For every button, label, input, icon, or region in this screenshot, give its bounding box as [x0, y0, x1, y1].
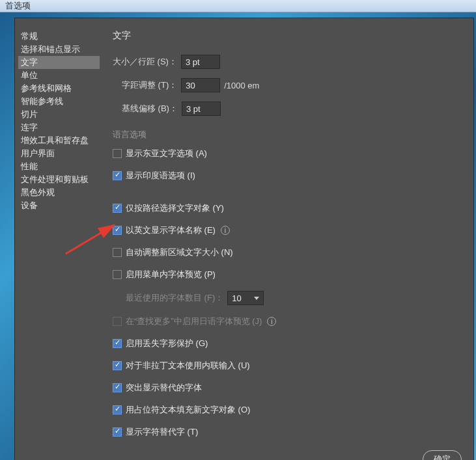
info-icon[interactable]: i: [221, 226, 230, 235]
english-font-name-label: 以英文显示字体名称 (E): [126, 224, 216, 236]
east-asian-checkbox[interactable]: [113, 149, 122, 158]
alt-glyph-highlight-label: 突出显示替代的字体: [126, 382, 202, 394]
sidebar-item-5[interactable]: 智能参考线: [18, 95, 100, 108]
recent-fonts-row: 最近使用的字体数目 (F)： 10: [113, 291, 467, 305]
main-panel: 文字 大小／行距 (S)： 字距调整 (T)： /1000 em 基线偏移 (B…: [100, 30, 473, 441]
language-heading: 语言选项: [113, 129, 467, 141]
sidebar-item-9[interactable]: 用户界面: [18, 147, 100, 160]
sidebar-item-11[interactable]: 文件处理和剪贴板: [18, 173, 100, 186]
show-alt-glyph-row[interactable]: 显示字符替代字 (T): [113, 426, 467, 438]
sidebar-item-13[interactable]: 设备: [18, 199, 100, 212]
dialog-footer: 确定: [15, 441, 473, 460]
inline-ime-label: 对于非拉丁文本使用内联输入 (U): [126, 360, 250, 372]
placeholder-fill-label: 用占位符文本填充新文字对象 (O): [126, 404, 250, 416]
alt-glyph-highlight-row[interactable]: 突出显示替代的字体: [113, 382, 467, 394]
glyph-protect-label: 启用丢失字形保护 (G): [126, 338, 208, 349]
glyph-protect-row[interactable]: 启用丢失字形保护 (G): [113, 338, 467, 349]
glyph-protect-checkbox[interactable]: [113, 339, 122, 348]
sidebar-item-8[interactable]: 增效工具和暂存盘: [18, 134, 100, 147]
recent-fonts-select[interactable]: 10: [227, 291, 264, 305]
in-menu-preview-row[interactable]: 启用菜单内字体预览 (P): [113, 269, 467, 280]
placeholder-fill-row[interactable]: 用占位符文本填充新文字对象 (O): [113, 404, 467, 416]
info-icon[interactable]: i: [267, 317, 276, 326]
auto-size-area-row[interactable]: 自动调整新区域文字大小 (N): [113, 247, 467, 258]
english-font-name-row[interactable]: 以英文显示字体名称 (E) i: [113, 224, 467, 236]
east-asian-row[interactable]: 显示东亚文字选项 (A): [113, 148, 467, 159]
type-by-path-checkbox[interactable]: [113, 204, 122, 213]
recent-fonts-label: 最近使用的字体数目 (F)：: [126, 292, 223, 304]
sidebar-item-12[interactable]: 黑色外观: [18, 186, 100, 199]
in-menu-preview-checkbox[interactable]: [113, 270, 122, 279]
english-font-name-checkbox[interactable]: [113, 226, 122, 235]
type-by-path-label: 仅按路径选择文字对象 (Y): [126, 202, 224, 214]
tracking-suffix: /1000 em: [224, 81, 259, 90]
jp-preview-checkbox[interactable]: [113, 317, 122, 326]
jp-preview-label: 在“查找更多”中启用日语字体预览 (J): [126, 316, 262, 327]
sidebar-item-0[interactable]: 常规: [18, 30, 100, 43]
preferences-dialog: 常规选择和锚点显示文字单位参考线和网格智能参考线切片连字增效工具和暂存盘用户界面…: [14, 18, 474, 460]
auto-size-area-checkbox[interactable]: [113, 248, 122, 257]
sidebar-item-2[interactable]: 文字: [18, 56, 100, 69]
sidebar-item-6[interactable]: 切片: [18, 108, 100, 121]
inline-ime-row[interactable]: 对于非拉丁文本使用内联输入 (U): [113, 360, 467, 372]
sidebar-item-4[interactable]: 参考线和网格: [18, 82, 100, 95]
east-asian-label: 显示东亚文字选项 (A): [126, 148, 207, 159]
sidebar-item-3[interactable]: 单位: [18, 69, 100, 82]
window-title: 首选项: [5, 0, 31, 12]
jp-preview-row[interactable]: 在“查找更多”中启用日语字体预览 (J) i: [113, 316, 467, 327]
show-alt-glyph-label: 显示字符替代字 (T): [126, 426, 198, 438]
window-titlebar: 首选项: [0, 0, 476, 12]
sidebar-item-1[interactable]: 选择和锚点显示: [18, 43, 100, 56]
sidebar-item-7[interactable]: 连字: [18, 121, 100, 134]
tracking-input[interactable]: [181, 78, 220, 92]
sidebar-item-10[interactable]: 性能: [18, 160, 100, 173]
ok-button[interactable]: 确定: [423, 450, 462, 460]
section-heading: 文字: [113, 30, 467, 42]
indic-row[interactable]: 显示印度语选项 (I): [113, 170, 467, 182]
type-by-path-row[interactable]: 仅按路径选择文字对象 (Y): [113, 202, 467, 214]
show-alt-glyph-checkbox[interactable]: [113, 427, 122, 437]
baseline-input[interactable]: [182, 101, 221, 116]
indic-label: 显示印度语选项 (I): [126, 170, 195, 182]
auto-size-area-label: 自动调整新区域文字大小 (N): [126, 247, 233, 258]
inline-ime-checkbox[interactable]: [113, 361, 122, 370]
size-leading-label: 大小／行距 (S)：: [113, 56, 177, 68]
indic-checkbox[interactable]: [113, 171, 122, 180]
tracking-label: 字距调整 (T)：: [122, 79, 177, 91]
alt-glyph-highlight-checkbox[interactable]: [113, 383, 122, 392]
baseline-label: 基线偏移 (B)：: [122, 103, 178, 115]
placeholder-fill-checkbox[interactable]: [113, 405, 122, 414]
sidebar: 常规选择和锚点显示文字单位参考线和网格智能参考线切片连字增效工具和暂存盘用户界面…: [15, 30, 100, 441]
in-menu-preview-label: 启用菜单内字体预览 (P): [126, 269, 216, 280]
size-leading-input[interactable]: [181, 55, 220, 69]
